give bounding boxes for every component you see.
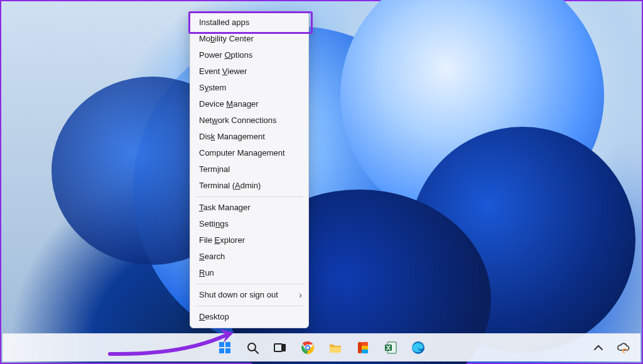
menu-item-label: Installed apps <box>199 18 249 27</box>
menu-item-label: Disk Management <box>199 132 265 141</box>
menu-item-settings[interactable]: Settings <box>190 216 308 232</box>
menu-item-label: System <box>199 83 226 92</box>
start-icon <box>217 340 232 355</box>
menu-item-label: Desktop <box>199 312 229 321</box>
tray-action-button[interactable] <box>615 340 632 356</box>
chrome-icon <box>300 340 315 355</box>
menu-item-file-explorer[interactable]: File Explorer <box>190 232 308 249</box>
office-icon <box>355 340 370 355</box>
menu-item-label: Device Manager <box>199 99 259 109</box>
svg-rect-1 <box>225 342 230 347</box>
menu-item-mobility-center[interactable]: Mobility Center <box>190 31 308 47</box>
menu-item-task-manager[interactable]: Task Manager <box>190 200 308 216</box>
menu-item-label: Task Manager <box>199 203 251 212</box>
taskbar-search-button[interactable] <box>244 340 261 356</box>
menu-item-disk-management[interactable]: Disk Management <box>190 129 308 145</box>
svg-rect-2 <box>219 348 224 353</box>
menu-separator <box>195 306 303 306</box>
menu-item-network-connections[interactable]: Network Connections <box>190 112 308 129</box>
taskbar-edge-button[interactable] <box>410 340 426 356</box>
menu-item-desktop[interactable]: Desktop <box>190 309 308 325</box>
menu-item-terminal[interactable]: Terminal <box>190 161 308 178</box>
menu-item-label: Run <box>199 268 214 277</box>
menu-item-label: Terminal (Admin) <box>199 181 261 190</box>
menu-item-label: Mobility Center <box>199 34 254 43</box>
taskbar-explorer-button[interactable] <box>327 340 343 356</box>
taskview-icon <box>273 340 288 355</box>
tray-chevron-button[interactable] <box>590 340 607 356</box>
svg-rect-6 <box>274 344 282 351</box>
menu-item-label: File Explorer <box>199 235 245 245</box>
excel-icon <box>383 340 398 355</box>
menu-separator <box>195 284 303 284</box>
svg-rect-3 <box>225 348 230 353</box>
chevron-up-icon <box>591 340 606 355</box>
taskbar-taskview-button[interactable] <box>272 340 288 356</box>
svg-rect-7 <box>282 344 286 351</box>
svg-rect-13 <box>362 342 368 346</box>
start-context-menu: Installed appsMobility CenterPower Optio… <box>190 11 309 328</box>
menu-item-installed-apps[interactable]: Installed apps <box>190 14 308 31</box>
menu-item-shutdown[interactable]: Shut down or sign out <box>190 287 308 303</box>
taskbar-office-button[interactable] <box>355 340 371 356</box>
menu-item-label: Terminal <box>199 164 230 174</box>
menu-item-label: Computer Management <box>199 148 285 158</box>
menu-item-event-viewer[interactable]: Event Viewer <box>190 63 308 80</box>
menu-item-computer-management[interactable]: Computer Management <box>190 145 308 161</box>
search-icon <box>245 340 260 355</box>
folder-icon <box>328 340 343 355</box>
edge-icon <box>411 340 426 355</box>
svg-rect-15 <box>362 350 368 353</box>
menu-item-label: Settings <box>199 219 229 228</box>
taskbar-excel-button[interactable] <box>382 340 399 356</box>
taskbar-chrome-button[interactable] <box>300 340 316 356</box>
menu-item-label: Network Connections <box>199 115 277 125</box>
svg-rect-14 <box>362 346 368 350</box>
cloud-sync-icon <box>616 340 631 355</box>
menu-item-device-manager[interactable]: Device Manager <box>190 96 308 112</box>
svg-line-5 <box>255 350 258 353</box>
menu-separator <box>195 196 303 197</box>
menu-item-label: Search <box>199 252 225 261</box>
menu-item-terminal-admin[interactable]: Terminal (Admin) <box>190 178 308 194</box>
taskbar <box>3 333 640 361</box>
menu-item-label: Shut down or sign out <box>199 290 278 299</box>
menu-item-run[interactable]: Run <box>190 265 308 281</box>
menu-item-label: Event Viewer <box>199 67 247 76</box>
svg-point-10 <box>306 346 309 349</box>
menu-item-search[interactable]: Search <box>190 249 308 265</box>
menu-item-system[interactable]: System <box>190 80 308 96</box>
svg-rect-12 <box>358 342 362 353</box>
menu-item-power-options[interactable]: Power Options <box>190 47 308 63</box>
svg-rect-0 <box>219 342 224 347</box>
desktop-wallpaper <box>1 1 642 363</box>
taskbar-start-button[interactable] <box>217 340 233 356</box>
menu-item-label: Power Options <box>199 50 252 60</box>
svg-point-4 <box>248 343 256 351</box>
